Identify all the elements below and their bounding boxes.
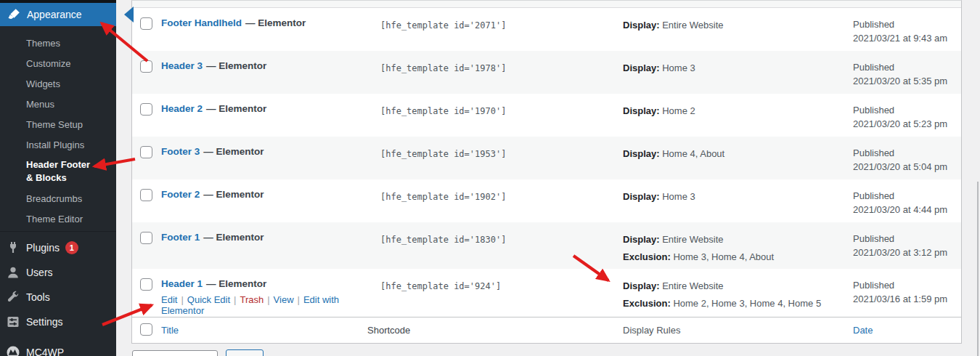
row-checkbox[interactable] bbox=[140, 17, 152, 30]
sidebar-item-themes[interactable]: Themes bbox=[0, 33, 116, 53]
template-title-link[interactable]: Header 2 bbox=[161, 103, 203, 114]
wrench-icon bbox=[6, 290, 20, 304]
date-cell: Published 2021/03/20 at 5:04 pm bbox=[845, 137, 961, 179]
appearance-brush-icon bbox=[7, 7, 21, 22]
publish-date: 2021/03/16 at 1:59 pm bbox=[853, 292, 961, 306]
display-rules-cell: Display: Entire Website bbox=[614, 8, 845, 51]
admin-sidebar: Appearance Themes Customize Widgets Menu… bbox=[0, 0, 116, 356]
scrollbar[interactable] bbox=[977, 182, 979, 356]
elementor-post-state: — Elementor bbox=[203, 189, 264, 200]
sidebar-item-menus[interactable]: Menus bbox=[0, 94, 116, 114]
publish-status: Published bbox=[853, 278, 961, 292]
publish-date: 2021/03/20 at 5:04 pm bbox=[853, 160, 961, 174]
sidebar-item-header-footer-blocks[interactable]: Header Footer & Blocks bbox=[0, 155, 116, 188]
plugin-icon bbox=[6, 240, 20, 255]
date-cell: Published 2021/03/20 at 5:35 pm bbox=[845, 51, 961, 94]
sidebar-item-breadcrumbs[interactable]: Breadcrumbs bbox=[0, 188, 116, 209]
table-row: Footer 1— Elementor [hfe_template id='18… bbox=[132, 222, 961, 269]
admin-content-area: Footer Handlheld— Elementor [hfe_templat… bbox=[116, 0, 980, 356]
sidebar-item-customize[interactable]: Customize bbox=[0, 53, 116, 73]
sidebar-item-users[interactable]: Users bbox=[0, 260, 116, 285]
row-checkbox[interactable] bbox=[140, 146, 152, 158]
publish-status: Published bbox=[853, 232, 961, 246]
mc4wp-logo-icon bbox=[6, 345, 20, 356]
shortcode-cell: [hfe_template id='2071'] bbox=[360, 8, 614, 51]
publish-date: 2021/03/20 at 5:23 pm bbox=[853, 117, 961, 131]
sort-by-date[interactable]: Date bbox=[853, 325, 873, 336]
settings-sliders-icon bbox=[6, 315, 20, 329]
apply-button[interactable] bbox=[226, 349, 264, 356]
publish-date: 2021/03/20 at 5:35 pm bbox=[853, 74, 961, 88]
template-title-link[interactable]: Footer 3 bbox=[161, 146, 200, 157]
shortcode-cell: [hfe_template id='1978'] bbox=[360, 51, 614, 94]
template-title-link[interactable]: Footer 1 bbox=[161, 232, 200, 243]
quick-edit-link[interactable]: Quick Edit bbox=[187, 294, 230, 305]
elementor-post-state: — Elementor bbox=[206, 60, 266, 71]
display-rules-column-header: Display Rules bbox=[614, 325, 845, 336]
bulk-actions-select[interactable] bbox=[132, 350, 218, 356]
shortcode-cell: [hfe_template id='924'] bbox=[360, 269, 614, 317]
display-rules-cell: Display: Home 4, About bbox=[614, 137, 845, 179]
user-icon bbox=[6, 265, 20, 280]
elementor-post-state: — Elementor bbox=[203, 232, 264, 243]
cut-off-row-remnant bbox=[132, 1, 961, 8]
table-row: Header 2— Elementor [hfe_template id='19… bbox=[132, 94, 961, 137]
separator: | bbox=[230, 294, 240, 305]
view-link[interactable]: View bbox=[274, 294, 294, 305]
row-checkbox[interactable] bbox=[140, 189, 152, 201]
row-checkbox[interactable] bbox=[140, 60, 152, 73]
template-title-link[interactable]: Header 1 bbox=[161, 278, 203, 289]
templates-list-table: Footer Handlheld— Elementor [hfe_templat… bbox=[131, 0, 962, 344]
table-row: Footer 3— Elementor [hfe_template id='19… bbox=[132, 137, 961, 179]
sidebar-item-theme-setup[interactable]: Theme Setup bbox=[0, 114, 116, 134]
row-checkbox[interactable] bbox=[140, 103, 152, 116]
sidebar-item-label: Plugins bbox=[26, 242, 60, 254]
elementor-post-state: — Elementor bbox=[203, 146, 264, 157]
shortcode-cell: [hfe_template id='1830'] bbox=[360, 222, 614, 269]
shortcode-column-header: Shortcode bbox=[360, 325, 614, 336]
publish-status: Published bbox=[853, 146, 961, 160]
template-title-link[interactable]: Footer 2 bbox=[161, 189, 200, 200]
current-menu-arrow bbox=[116, 7, 134, 23]
date-cell: Published 2021/03/20 at 5:23 pm bbox=[845, 94, 961, 137]
publish-status: Published bbox=[853, 189, 961, 203]
table-row: Header 1— Elementor Edit|Quick Edit|Tras… bbox=[132, 269, 961, 317]
select-all-checkbox[interactable] bbox=[140, 323, 152, 336]
sidebar-item-label: Settings bbox=[26, 316, 63, 328]
row-actions: Edit|Quick Edit|Trash|View|Edit with Ele… bbox=[161, 294, 360, 316]
separator: | bbox=[177, 294, 187, 305]
sidebar-item-settings[interactable]: Settings bbox=[0, 310, 116, 334]
publish-status: Published bbox=[853, 17, 961, 31]
trash-link[interactable]: Trash bbox=[240, 294, 264, 305]
sidebar-item-tools[interactable]: Tools bbox=[0, 285, 116, 310]
plugins-update-badge: 1 bbox=[65, 241, 78, 254]
elementor-post-state: — Elementor bbox=[206, 278, 266, 289]
edit-link[interactable]: Edit bbox=[161, 294, 177, 305]
row-checkbox[interactable] bbox=[140, 232, 152, 244]
shortcode-cell: [hfe_template id='1970'] bbox=[360, 94, 614, 137]
sidebar-item-appearance[interactable]: Appearance bbox=[0, 3, 116, 26]
display-rules-cell: Display: Entire Website Exclusion: Home … bbox=[614, 269, 845, 317]
sidebar-item-install-plugins[interactable]: Install Plugins bbox=[0, 134, 116, 155]
template-title-link[interactable]: Header 3 bbox=[161, 60, 203, 71]
sidebar-item-label: Tools bbox=[26, 291, 50, 303]
sidebar-item-label: Users bbox=[26, 267, 53, 278]
template-title-link[interactable]: Footer Handlheld bbox=[161, 17, 242, 28]
sidebar-item-mc4wp[interactable]: MC4WP bbox=[0, 340, 116, 356]
display-rules-cell: Display: Home 2 bbox=[614, 94, 845, 137]
publish-date: 2021/03/21 at 9:43 am bbox=[853, 31, 961, 45]
sidebar-item-label: MC4WP bbox=[26, 347, 64, 356]
sidebar-item-widgets[interactable]: Widgets bbox=[0, 73, 116, 94]
sort-by-title[interactable]: Title bbox=[161, 325, 179, 336]
row-checkbox[interactable] bbox=[140, 278, 152, 291]
publish-status: Published bbox=[853, 103, 961, 117]
sidebar-divider bbox=[0, 231, 116, 232]
separator: | bbox=[264, 294, 273, 305]
appearance-submenu: Themes Customize Widgets Menus Theme Set… bbox=[0, 33, 116, 229]
sidebar-item-plugins[interactable]: Plugins 1 bbox=[0, 235, 116, 260]
sidebar-item-theme-editor[interactable]: Theme Editor bbox=[0, 209, 116, 229]
display-rules-cell: Display: Home 3 bbox=[614, 51, 845, 94]
admin-bar-sliver bbox=[0, 0, 116, 3]
publish-date: 2021/03/20 at 4:44 pm bbox=[853, 203, 961, 217]
elementor-post-state: — Elementor bbox=[206, 103, 266, 114]
